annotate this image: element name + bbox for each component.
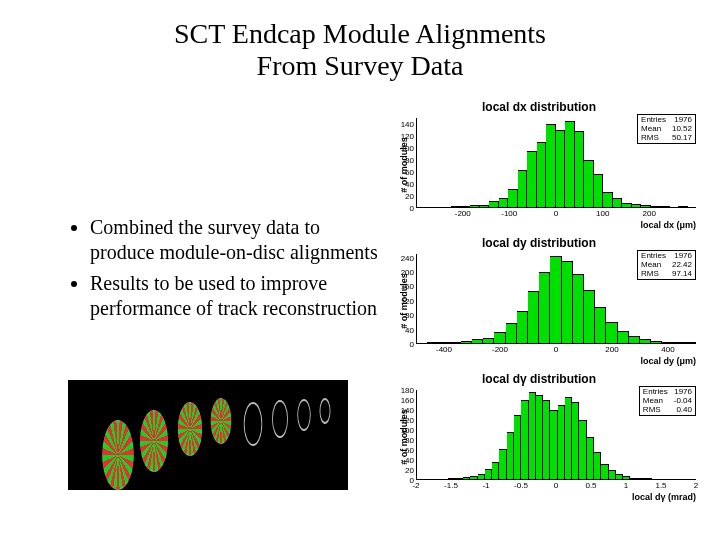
- x-tick-label: 0: [554, 209, 558, 218]
- histogram-bar: [450, 342, 461, 343]
- bullet-item: Results to be used to improve performanc…: [90, 271, 380, 321]
- chart-title: local dy distribution: [374, 236, 704, 250]
- y-tick-label: 120: [401, 132, 414, 141]
- histogram-bar: [463, 477, 470, 479]
- histogram-bar: [489, 201, 499, 207]
- histogram-bar: [572, 402, 579, 479]
- detector-ring-icon: [244, 402, 262, 446]
- histogram-bar: [660, 206, 670, 207]
- histogram-bar: [606, 322, 617, 343]
- y-tick-label: 100: [401, 425, 414, 434]
- histogram-bar: [494, 332, 505, 343]
- x-tick-label: -200: [455, 209, 471, 218]
- detector-ring-icon: [272, 400, 288, 438]
- x-axis-label: local dγ (mrad): [632, 492, 696, 502]
- histogram-bar: [546, 124, 556, 207]
- histogram-bar: [470, 476, 477, 479]
- histogram-bar: [478, 474, 485, 479]
- histogram-bar: [587, 437, 594, 479]
- histogram-bar: [451, 206, 461, 207]
- histogram-bar: [521, 400, 528, 479]
- detector-ring-icon: [320, 398, 331, 424]
- histogram-bar: [558, 405, 565, 479]
- histogram-bar: [575, 131, 585, 207]
- stats-box: Entries1976Mean10.52RMS50.17: [637, 114, 696, 144]
- histogram-bar: [461, 341, 472, 343]
- y-tick-label: 20: [405, 192, 414, 201]
- x-tick-label: 2: [694, 481, 698, 490]
- histogram-bar: [539, 272, 550, 343]
- detector-ring-icon: [297, 399, 310, 431]
- y-tick-label: 240: [401, 253, 414, 262]
- histogram-bar: [609, 470, 616, 479]
- y-ticks: 020406080100120140160180: [396, 390, 414, 480]
- histogram-bar: [622, 203, 632, 207]
- y-tick-label: 140: [401, 405, 414, 414]
- histogram-bar: [613, 198, 623, 207]
- y-tick-label: 0: [410, 204, 414, 213]
- x-tick-label: 0: [554, 345, 558, 354]
- y-tick-label: 40: [405, 325, 414, 334]
- y-tick-label: 180: [401, 386, 414, 395]
- slide-title: SCT Endcap Module Alignments From Survey…: [0, 18, 720, 82]
- detector-disc-icon: [101, 417, 136, 490]
- histogram-bar: [579, 420, 586, 479]
- title-line2: From Survey Data: [257, 50, 464, 81]
- x-tick-label: 0: [554, 481, 558, 490]
- histogram-bar: [573, 274, 584, 343]
- x-tick-label: -200: [492, 345, 508, 354]
- y-tick-label: 0: [410, 340, 414, 349]
- x-tick-label: 0.5: [585, 481, 596, 490]
- histogram-bar: [427, 342, 438, 343]
- histogram-bar: [584, 290, 595, 343]
- histogram-chart: local dy distributionEntries1976Mean22.4…: [374, 236, 704, 366]
- histogram-bar: [461, 206, 471, 207]
- histogram-bar: [594, 174, 604, 207]
- histogram-bar: [499, 198, 509, 207]
- histogram-bar: [528, 291, 539, 343]
- histogram-bar: [595, 307, 606, 343]
- x-ticks: -400-2000200400: [416, 345, 696, 356]
- histogram-bar: [499, 449, 506, 479]
- histogram-bar: [645, 478, 652, 479]
- histogram-bar: [514, 415, 521, 479]
- x-tick-label: -0.5: [514, 481, 528, 490]
- y-tick-label: 40: [405, 456, 414, 465]
- x-tick-label: 1: [624, 481, 628, 490]
- histogram-bar: [550, 256, 561, 343]
- x-tick-label: 100: [596, 209, 609, 218]
- x-tick-label: 400: [661, 345, 674, 354]
- histogram-bar: [651, 341, 662, 343]
- x-tick-label: -1: [482, 481, 489, 490]
- slide: SCT Endcap Module Alignments From Survey…: [0, 0, 720, 540]
- histogram-bar: [537, 142, 547, 207]
- y-tick-label: 120: [401, 296, 414, 305]
- x-tick-label: 200: [605, 345, 618, 354]
- histogram-bar: [629, 336, 640, 343]
- histogram-bar: [678, 206, 688, 207]
- histogram-bar: [485, 469, 492, 479]
- y-tick-label: 60: [405, 168, 414, 177]
- bullet-item: Combined the survey data to produce modu…: [90, 215, 380, 265]
- histogram-bar: [601, 464, 608, 479]
- histogram-bar: [594, 452, 601, 479]
- y-ticks: 04080120160200240: [396, 254, 414, 344]
- y-tick-label: 60: [405, 446, 414, 455]
- histogram-bar: [529, 392, 536, 479]
- histogram-bar: [536, 395, 543, 479]
- stats-box: Entries1976Mean22.42RMS97.14: [637, 250, 696, 280]
- x-tick-label: -100: [501, 209, 517, 218]
- charts-column: local dx distributionEntries1976Mean10.5…: [374, 100, 704, 502]
- histogram-bar: [550, 410, 557, 479]
- y-tick-label: 80: [405, 436, 414, 445]
- x-tick-label: -400: [436, 345, 452, 354]
- x-tick-label: 1.5: [655, 481, 666, 490]
- detector-disc-icon: [139, 407, 170, 475]
- histogram-bar: [480, 205, 490, 207]
- histogram-chart: local dx distributionEntries1976Mean10.5…: [374, 100, 704, 230]
- histogram-bar: [472, 339, 483, 343]
- histogram-bar: [662, 342, 673, 343]
- y-tick-label: 120: [401, 415, 414, 424]
- histogram-bar: [456, 478, 463, 479]
- histogram-bar: [506, 323, 517, 343]
